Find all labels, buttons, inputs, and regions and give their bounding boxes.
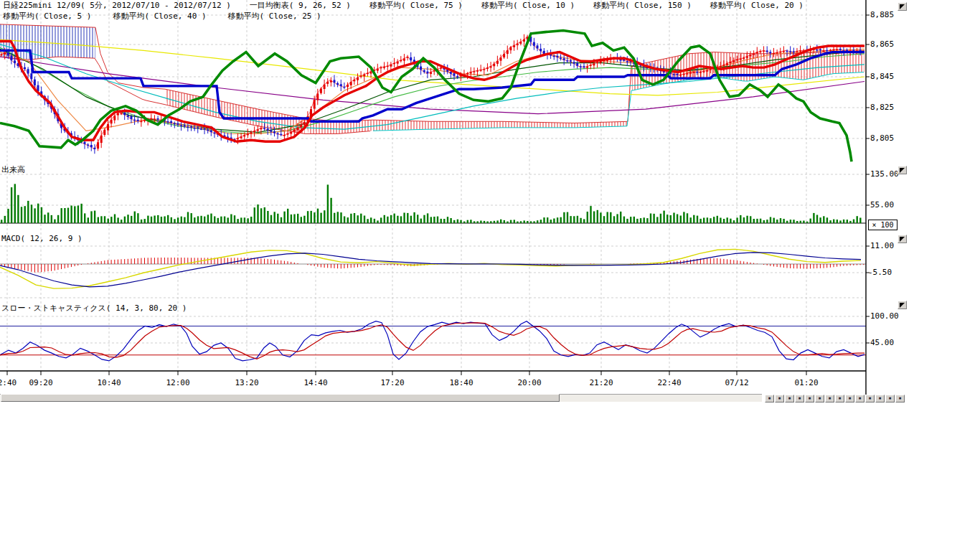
- mini-toolbar-button-5[interactable]: ▪: [805, 395, 814, 402]
- mini-toolbar-button-3[interactable]: ▪: [785, 395, 794, 402]
- time-axis-label: 14:40: [303, 378, 327, 387]
- volume-bars: [0, 184, 866, 223]
- price-axis-label: 8,865: [870, 39, 894, 49]
- stochastics-panel: [0, 321, 866, 361]
- horizontal-scrollbar-thumb[interactable]: [1, 394, 560, 402]
- macd-panel: [0, 249, 866, 288]
- volume-panel-menu-button[interactable]: [897, 166, 907, 174]
- mini-toolbar-button-10[interactable]: ▪: [855, 395, 864, 402]
- time-axis-label: 01:20: [794, 378, 818, 387]
- time-axis-label: 13:20: [235, 378, 258, 387]
- collapse-triangle-icon: [900, 4, 905, 9]
- time-axis-label: 2:40: [0, 378, 17, 387]
- time-axis-label: 20:00: [517, 378, 541, 387]
- mini-toolbar-button-2[interactable]: ▪: [775, 395, 784, 402]
- time-axis-label: 22:40: [657, 378, 681, 387]
- legend-ma20: 移動平均( Close, 20 ): [710, 1, 804, 10]
- mini-toolbar-button-8[interactable]: ▪: [835, 395, 844, 402]
- price-axis-label: 8,885: [870, 10, 894, 19]
- legend-ma5: 移動平均( Close, 5 ): [3, 11, 91, 21]
- volume-multiplier-box: × 100: [868, 220, 897, 230]
- symbol-title: 日経225mini 12/09( 5分, 2012/07/10 - 2012/0…: [3, 1, 231, 10]
- time-axis-label: 17:20: [380, 378, 404, 387]
- legend-ichimoku: 一目均衡表( 9, 26, 52 ): [250, 1, 351, 10]
- thick-indicator-lines: [0, 31, 864, 162]
- legend-ma40: 移動平均( Close, 40 ): [113, 11, 206, 21]
- volume-axis-label: 135.00: [870, 169, 899, 179]
- chart-legend-row2: 移動平均( Close, 5 ) 移動平均( Close, 40 ) 移動平均(…: [3, 11, 321, 21]
- collapse-triangle-icon: [900, 237, 905, 242]
- macd-panel-label: MACD( 12, 26, 9 ): [1, 234, 83, 243]
- price-axis-label: 8,805: [870, 133, 894, 143]
- macd-axis-label: -5.50: [868, 268, 892, 277]
- chart-svg: [0, 0, 980, 551]
- chart-application-window: { "header": { "items_row1": ["日経225mini …: [0, 0, 980, 551]
- legend-ma75: 移動平均( Close, 75 ): [369, 1, 463, 10]
- stoch-axis-label: 100.00: [870, 311, 899, 321]
- price-axis-label: 8,845: [870, 72, 894, 81]
- mini-toolbar-button-6[interactable]: ▪: [815, 395, 824, 402]
- price-panel-menu-button[interactable]: [897, 2, 907, 11]
- time-axis-label: 07/12: [725, 378, 748, 387]
- volume-axis-label: 55.00: [870, 200, 894, 209]
- mini-toolbar-button-1[interactable]: ▪: [765, 395, 774, 402]
- collapse-triangle-icon: [900, 168, 905, 173]
- legend-ma25: 移動平均( Close, 25 ): [228, 11, 321, 21]
- collapse-triangle-icon: [900, 303, 905, 308]
- time-axis-label: 09:20: [29, 378, 52, 387]
- stoch-axis-label: 45.00: [870, 338, 894, 347]
- mini-toolbar-button-14[interactable]: ▪: [895, 395, 905, 402]
- volume-panel-label: 出来高: [1, 164, 25, 175]
- time-axis-label: 10:40: [97, 378, 121, 387]
- mini-toolbar-button-13[interactable]: ▪: [885, 395, 895, 402]
- macd-panel-menu-button[interactable]: [897, 235, 907, 243]
- macd-axis-label: 11.00: [870, 241, 894, 250]
- time-axis-label: 18:40: [449, 378, 473, 387]
- mini-toolbar-button-7[interactable]: ▪: [825, 395, 834, 402]
- legend-ma150: 移動平均( Close, 150 ): [593, 1, 692, 10]
- time-axis-label: 21:20: [589, 378, 613, 387]
- stoch-panel-menu-button[interactable]: [897, 301, 907, 309]
- stochastics-panel-label: スロー・ストキャスティクス( 14, 3, 80, 20 ): [1, 303, 187, 314]
- mini-toolbar-button-4[interactable]: ▪: [795, 395, 804, 402]
- legend-ma10: 移動平均( Close, 10 ): [481, 1, 575, 10]
- mini-toolbar-button-11[interactable]: ▪: [865, 395, 875, 402]
- price-axis-label: 8,825: [870, 103, 894, 112]
- mini-toolbar-button-9[interactable]: ▪: [845, 395, 854, 402]
- mini-toolbar-button-12[interactable]: ▪: [875, 395, 885, 402]
- chart-legend-row1: 日経225mini 12/09( 5分, 2012/07/10 - 2012/0…: [3, 1, 804, 10]
- time-axis-label: 12:00: [166, 378, 189, 387]
